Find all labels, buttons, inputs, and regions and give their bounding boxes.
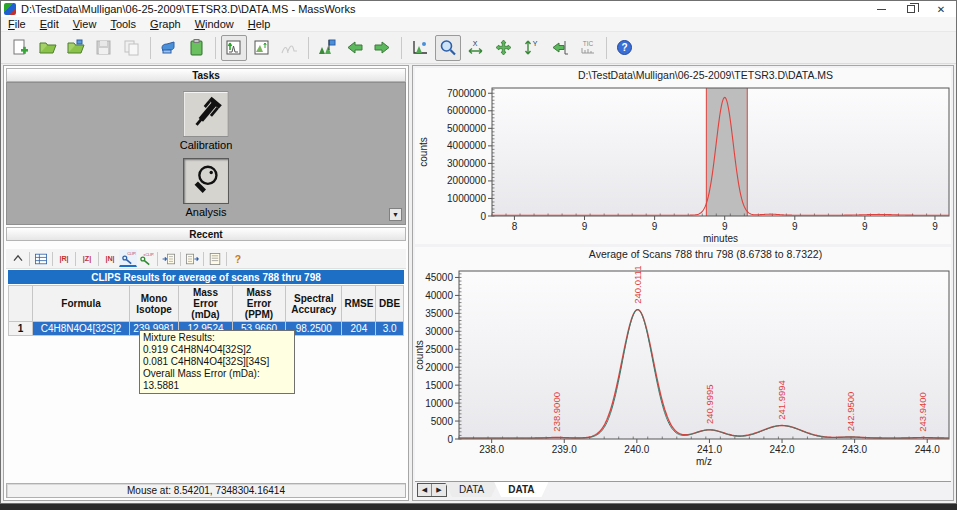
scale-y-button[interactable]: Y — [519, 35, 545, 61]
spectrum-icon — [252, 38, 272, 58]
arrow-right-icon — [373, 38, 393, 58]
chromatogram-view-button[interactable] — [221, 35, 247, 61]
open-method-button[interactable] — [63, 35, 89, 61]
results-toolbar-separator — [157, 252, 158, 266]
tic-icon: TIC — [578, 38, 598, 58]
arrow-left-icon: ◀ — [422, 486, 427, 494]
svg-text:9: 9 — [652, 221, 658, 232]
tab-data[interactable]: DATA — [445, 482, 498, 497]
forward-button[interactable] — [370, 35, 396, 61]
export-icon — [184, 251, 200, 267]
calibration-icon — [317, 38, 337, 58]
svg-text:3000000: 3000000 — [447, 158, 486, 169]
column-header[interactable]: Mass Error(mDa) — [179, 286, 233, 322]
menu-help[interactable]: Help — [241, 17, 278, 31]
column-header[interactable]: DBE — [376, 286, 404, 322]
tab-scroll-left-button[interactable]: ◀ — [418, 484, 432, 496]
column-header[interactable]: MonoIsotope — [129, 286, 178, 322]
menu-tools[interactable]: Tools — [103, 17, 143, 31]
export-list-button[interactable] — [183, 250, 201, 267]
calibration-peaks-button[interactable] — [314, 35, 340, 61]
peak-label: 240.9995 — [704, 384, 715, 424]
collapse-button[interactable] — [9, 250, 27, 267]
range-r-button[interactable]: |R| — [55, 250, 73, 267]
autoscale-button[interactable] — [491, 35, 517, 61]
mixture-results-tooltip: Mixture Results: 0.919 C4H8N4O4[32S]2 0.… — [139, 330, 295, 394]
tooltip-line: 0.919 C4H8N4O4[32S]2 — [143, 344, 291, 356]
chromatogram-chart[interactable]: D:\TestData\Mulligan\06-25-2009\TETSR3.D… — [415, 68, 951, 244]
range-r-icon: |R| — [56, 251, 72, 267]
menu-view[interactable]: View — [66, 17, 104, 31]
results-toolbar-separator — [203, 252, 204, 266]
results-toolbar-separator — [226, 252, 227, 266]
table-cell: 3.0 — [376, 322, 404, 336]
back-button[interactable] — [342, 35, 368, 61]
menu-file[interactable]: File — [1, 17, 33, 31]
full-scale-button[interactable] — [407, 35, 433, 61]
svg-text:10000: 10000 — [425, 398, 453, 409]
close-button[interactable]: ✕ — [926, 1, 956, 17]
about-button[interactable]: ? — [612, 35, 638, 61]
tab-scroll-right-button[interactable]: ▶ — [432, 484, 446, 496]
spectrum-chart[interactable]: Average of Scans 788 thru 798 (8.6738 to… — [415, 247, 951, 486]
scale-x-icon: X — [466, 38, 486, 58]
svg-text:CLIPS: CLIPS — [127, 252, 136, 256]
results-toolbar-separator — [98, 252, 99, 266]
tasks-dropdown-button[interactable]: ▼ — [389, 208, 402, 221]
overlay-view-button[interactable] — [277, 35, 303, 61]
svg-text:2000000: 2000000 — [447, 175, 486, 186]
copy-button[interactable] — [119, 35, 145, 61]
row-number: 1 — [9, 322, 33, 336]
new-analysis-button[interactable] — [7, 35, 33, 61]
svg-text:244.0: 244.0 — [915, 444, 940, 455]
column-header[interactable]: Formula — [33, 286, 130, 322]
minimize-button[interactable] — [866, 1, 896, 17]
chromatogram-icon — [224, 38, 244, 58]
folder-import-icon — [66, 38, 86, 58]
svg-text:?: ? — [235, 254, 241, 265]
svg-text:0: 0 — [447, 434, 453, 445]
svg-text:D:\TestData\Mulligan\06-25-200: D:\TestData\Mulligan\06-25-2009\TETSR3.D… — [578, 69, 833, 81]
save-button[interactable] — [91, 35, 117, 61]
axes-icon — [410, 38, 430, 58]
peak-label: 243.9400 — [917, 392, 928, 432]
spectrum-view-button[interactable] — [249, 35, 275, 61]
scale-y-icon: Y — [522, 38, 542, 58]
main-toolbar: XYTIC? — [1, 32, 956, 64]
sclips-button[interactable]: sCLIPS — [137, 250, 155, 267]
range-z-button[interactable]: |Z| — [78, 250, 96, 267]
svg-text:241.0: 241.0 — [697, 444, 722, 455]
svg-text:9: 9 — [582, 221, 588, 232]
tooltip-line: 0.081 C4H8N4O4[32S][34S] — [143, 356, 291, 368]
prev-scale-icon — [550, 38, 570, 58]
menu-window[interactable]: Window — [188, 17, 241, 31]
peak-label: 241.9994 — [776, 380, 787, 420]
print-button[interactable] — [156, 35, 182, 61]
elements-button[interactable] — [206, 250, 224, 267]
column-header[interactable]: Mass Error(PPM) — [232, 286, 286, 322]
clips-button[interactable]: CLIPS — [119, 250, 137, 267]
menu-graph[interactable]: Graph — [143, 17, 188, 31]
tasks-body: AnalysisCalibration ▼ — [6, 82, 406, 225]
results-table[interactable]: FormulaMonoIsotopeMass Error(mDa)Mass Er… — [8, 285, 404, 336]
column-header[interactable] — [9, 286, 33, 322]
tasks-header: Tasks — [6, 68, 406, 82]
task-analysis[interactable]: Analysis — [183, 158, 229, 218]
menu-edit[interactable]: Edit — [33, 17, 66, 31]
grid-view-button[interactable] — [32, 250, 50, 267]
restore-button[interactable] — [896, 1, 926, 17]
tab-data-active[interactable]: DATA — [494, 482, 548, 497]
open-data-button[interactable] — [35, 35, 61, 61]
svg-text:7000000: 7000000 — [447, 88, 486, 99]
help-button[interactable]: ? — [229, 250, 247, 267]
zoom-button[interactable] — [435, 35, 461, 61]
scale-x-button[interactable]: X — [463, 35, 489, 61]
tic-button[interactable]: TIC — [575, 35, 601, 61]
import-list-button[interactable] — [160, 250, 178, 267]
previous-scale-button[interactable] — [547, 35, 573, 61]
paste-clipboard-button[interactable] — [184, 35, 210, 61]
range-n-button[interactable]: |N| — [101, 250, 119, 267]
column-header[interactable]: SpectralAccuracy — [286, 286, 342, 322]
task-calibration[interactable]: Calibration — [180, 91, 233, 151]
column-header[interactable]: RMSE — [342, 286, 376, 322]
